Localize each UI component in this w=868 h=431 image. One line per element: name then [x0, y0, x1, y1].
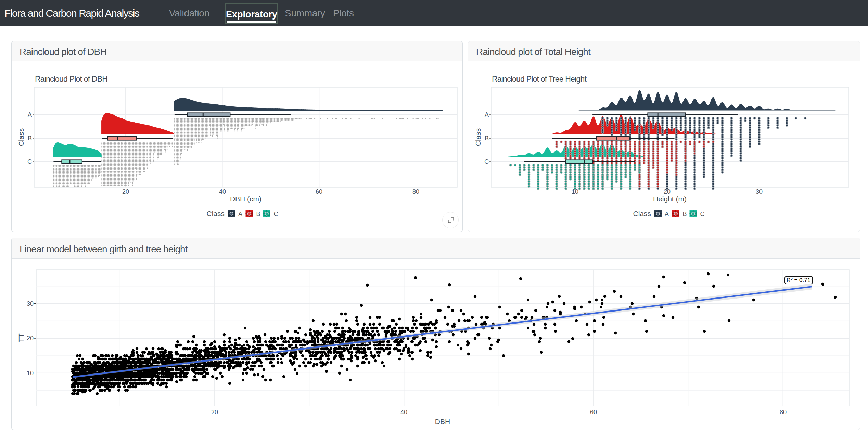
svg-text:20: 20 [122, 188, 129, 195]
svg-text:C: C [27, 158, 32, 165]
svg-text:Class: Class [206, 210, 225, 217]
svg-text:10: 10 [27, 370, 34, 377]
svg-text:80: 80 [780, 409, 787, 416]
svg-text:20: 20 [27, 335, 34, 342]
svg-text:60: 60 [316, 188, 322, 195]
svg-text:TT: TT [17, 333, 25, 342]
svg-text:A: A [665, 211, 669, 217]
svg-text:B: B [682, 211, 687, 217]
svg-text:DBH (cm): DBH (cm) [230, 195, 261, 203]
svg-text:B: B [28, 135, 32, 142]
svg-text:40: 40 [219, 188, 226, 195]
svg-text:R² = 0.71: R² = 0.71 [787, 277, 810, 283]
svg-text:20: 20 [211, 409, 218, 416]
svg-text:C: C [274, 211, 278, 217]
svg-text:Raincloud Plot of Tree Height: Raincloud Plot of Tree Height [492, 75, 587, 84]
svg-text:60: 60 [590, 409, 597, 416]
svg-text:80: 80 [412, 188, 419, 195]
svg-text:A: A [28, 111, 32, 118]
svg-text:40: 40 [400, 409, 407, 416]
svg-text:20: 20 [664, 188, 671, 195]
svg-text:10: 10 [572, 188, 578, 195]
svg-text:Class: Class [474, 128, 482, 147]
svg-text:Raincloud Plot of DBH: Raincloud Plot of DBH [35, 75, 107, 84]
svg-text:Height (m): Height (m) [653, 195, 687, 203]
svg-text:B: B [485, 135, 489, 142]
svg-text:DBH: DBH [435, 418, 450, 426]
svg-text:C: C [484, 158, 489, 165]
svg-text:A: A [238, 211, 242, 217]
svg-text:Class: Class [17, 128, 25, 147]
svg-text:Class: Class [633, 210, 651, 217]
svg-text:A: A [485, 111, 489, 118]
svg-text:B: B [256, 211, 260, 217]
svg-text:30: 30 [756, 188, 763, 195]
svg-text:C: C [700, 211, 705, 217]
svg-text:30: 30 [27, 300, 34, 307]
